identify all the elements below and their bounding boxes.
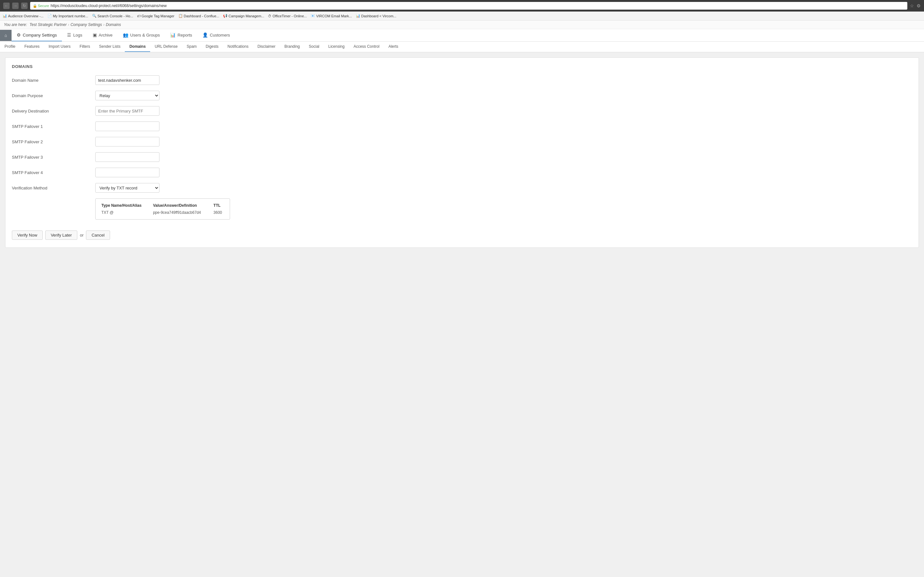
smtp-failover-1-control	[95, 121, 160, 131]
smtp-failover-4-row: SMTP Failover 4	[12, 168, 912, 177]
smtp-failover-2-label: SMTP Failover 2	[12, 139, 95, 144]
delivery-destination-row: Delivery Destination	[12, 106, 912, 116]
bookmark-9[interactable]: 📊 Dashboard < Vircom...	[356, 14, 397, 18]
bookmark-8[interactable]: 📧 VIRCOM Email Mark...	[310, 14, 352, 18]
verification-method-select[interactable]: Verify by TXT record Verify by CNAME rec…	[95, 183, 160, 193]
delivery-destination-control	[95, 106, 160, 116]
subnav-spam[interactable]: Spam	[182, 42, 201, 52]
smtp-failover-4-label: SMTP Failover 4	[12, 170, 95, 175]
subnav-sender-lists[interactable]: Sender Lists	[95, 42, 125, 52]
dns-table-container: Type Name/Host/Alias Value/Answer/Defini…	[95, 198, 230, 219]
domain-purpose-select[interactable]: Relay Inbound Outbound	[95, 91, 160, 100]
subnav-filters[interactable]: Filters	[75, 42, 95, 52]
nav-company-settings[interactable]: ⚙ Company Settings	[11, 29, 62, 41]
breadcrumb-domains[interactable]: Domains	[106, 23, 121, 27]
logs-icon: ☰	[67, 32, 71, 37]
domains-form-section: DOMAINS Domain Name Domain Purpose Relay…	[5, 57, 919, 248]
bookmark-7[interactable]: ⏱ OfficeTimer - Online...	[268, 14, 307, 18]
verification-method-label: Verification Method	[12, 185, 95, 190]
sub-nav: Profile Features Import Users Filters Se…	[0, 42, 924, 52]
subnav-branding[interactable]: Branding	[280, 42, 304, 52]
smtp-failover-2-control	[95, 137, 160, 147]
nav-archive[interactable]: ▣ Archive	[87, 29, 118, 41]
browser-chrome: ← → ↻ 🔒 Secure https://moduscloudeu.clou…	[0, 0, 924, 11]
reports-icon: 📊	[170, 32, 176, 37]
subnav-access-control[interactable]: Access Control	[349, 42, 384, 52]
subnav-alerts[interactable]: Alerts	[384, 42, 403, 52]
main-nav: ⌂ ⚙ Company Settings ☰ Logs ▣ Archive 👥 …	[0, 29, 924, 42]
dns-record-ttl: 3600	[211, 209, 226, 216]
dns-header-ttl: TTL	[211, 202, 226, 209]
customers-icon: 👤	[202, 32, 208, 37]
smtp-failover-1-label: SMTP Failover 1	[12, 124, 95, 129]
domain-name-control	[95, 75, 160, 85]
nav-logs[interactable]: ☰ Logs	[62, 29, 87, 41]
smtp-failover-2-input[interactable]	[95, 137, 160, 147]
cancel-button[interactable]: Cancel	[86, 230, 110, 240]
section-title: DOMAINS	[12, 64, 912, 69]
breadcrumb-partner[interactable]: Test Strategic Partner	[29, 23, 67, 27]
domain-name-label: Domain Name	[12, 78, 95, 83]
dns-record-type: TXT @	[99, 209, 150, 216]
settings-icon: ⚙	[17, 32, 21, 37]
subnav-social[interactable]: Social	[304, 42, 324, 52]
bookmark-1[interactable]: 📊 Audience Overview -...	[3, 14, 44, 18]
url-text: https://moduscloudeu.cloud-protect.net/i…	[51, 3, 167, 8]
bookmark-6[interactable]: 📢 Campaign Managem...	[223, 14, 264, 18]
bookmark-4[interactable]: 🏷 Google Tag Manager	[137, 14, 174, 18]
smtp-failover-1-input[interactable]	[95, 121, 160, 131]
subnav-digests[interactable]: Digests	[201, 42, 223, 52]
delivery-destination-input[interactable]	[95, 106, 160, 116]
nav-users-groups[interactable]: 👥 Users & Groups	[118, 29, 165, 41]
bookmark-button[interactable]: ☆	[910, 3, 914, 8]
dns-header-type: Type Name/Host/Alias	[99, 202, 150, 209]
extensions-button[interactable]: ⚙	[917, 3, 921, 8]
subnav-licensing[interactable]: Licensing	[324, 42, 349, 52]
breadcrumb-company-settings[interactable]: Company Settings	[71, 23, 102, 27]
archive-icon: ▣	[93, 32, 97, 37]
subnav-disclaimer[interactable]: Disclaimer	[253, 42, 280, 52]
subnav-domains[interactable]: Domains	[125, 42, 150, 52]
domain-purpose-row: Domain Purpose Relay Inbound Outbound	[12, 91, 912, 100]
verify-later-button[interactable]: Verify Later	[45, 230, 78, 240]
nav-reports[interactable]: 📊 Reports	[165, 29, 197, 41]
subnav-url-defense[interactable]: URL Defense	[150, 42, 182, 52]
smtp-failover-3-row: SMTP Failover 3	[12, 152, 912, 162]
home-button[interactable]: ⌂	[0, 30, 11, 41]
subnav-import-users[interactable]: Import Users	[44, 42, 75, 52]
you-are-here-label: You are here:	[4, 23, 27, 27]
verification-method-row: Verification Method Verify by TXT record…	[12, 183, 912, 193]
or-label: or	[80, 233, 84, 237]
bookmarks-bar: 📊 Audience Overview -... 📄 My Important …	[0, 11, 924, 21]
smtp-failover-4-input[interactable]	[95, 168, 160, 177]
verify-now-button[interactable]: Verify Now	[12, 230, 43, 240]
bookmark-3[interactable]: 🔍 Search Console - Ho...	[92, 14, 133, 18]
nav-customers[interactable]: 👤 Customers	[197, 29, 235, 41]
secure-badge: 🔒 Secure	[33, 4, 49, 8]
subnav-notifications[interactable]: Notifications	[223, 42, 253, 52]
domain-purpose-control: Relay Inbound Outbound	[95, 91, 160, 100]
users-icon: 👥	[123, 32, 128, 37]
smtp-failover-3-label: SMTP Failover 3	[12, 155, 95, 160]
smtp-failover-1-row: SMTP Failover 1	[12, 121, 912, 131]
reload-button[interactable]: ↻	[21, 3, 27, 9]
subnav-features[interactable]: Features	[20, 42, 44, 52]
domain-name-input[interactable]	[95, 75, 160, 85]
breadcrumb: You are here: Test Strategic Partner › C…	[0, 21, 924, 29]
form-actions: Verify Now Verify Later or Cancel	[12, 226, 912, 241]
domain-name-row: Domain Name	[12, 75, 912, 85]
dns-table: Type Name/Host/Alias Value/Answer/Defini…	[99, 202, 226, 216]
back-button[interactable]: ←	[3, 3, 10, 9]
address-bar[interactable]: 🔒 Secure https://moduscloudeu.cloud-prot…	[30, 2, 907, 10]
bookmark-2[interactable]: 📄 My Important numbe...	[47, 14, 88, 18]
dns-record-row-data: TXT @ ppe-9cea749ff91daacb67d4 3600	[99, 209, 226, 216]
smtp-failover-2-row: SMTP Failover 2	[12, 137, 912, 147]
forward-button[interactable]: →	[12, 3, 19, 9]
verification-method-control: Verify by TXT record Verify by CNAME rec…	[95, 183, 160, 193]
smtp-failover-4-control	[95, 168, 160, 177]
bookmark-5[interactable]: 📋 Dashboard - Conflue...	[178, 14, 220, 18]
subnav-profile[interactable]: Profile	[0, 42, 20, 52]
smtp-failover-3-input[interactable]	[95, 152, 160, 162]
domain-purpose-label: Domain Purpose	[12, 93, 95, 98]
dns-header-value: Value/Answer/Definition	[150, 202, 211, 209]
